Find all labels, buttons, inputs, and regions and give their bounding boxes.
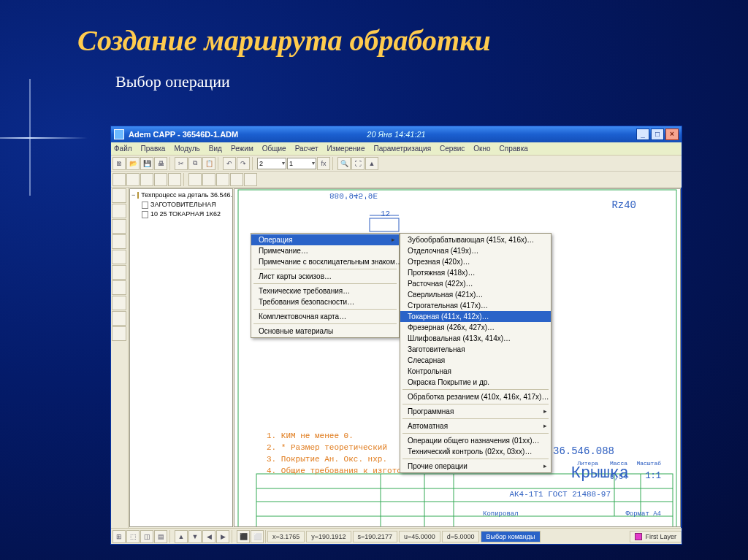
sb-btn[interactable]: ▲ <box>175 530 188 543</box>
palette-btn[interactable] <box>112 204 126 218</box>
menu-item[interactable]: Операции общего назначения (01xx)… <box>400 435 551 446</box>
tb2-btn[interactable] <box>154 173 167 186</box>
menu-item[interactable]: Обработка резанием (410x, 416x, 417x)… <box>400 391 551 402</box>
sb-btn[interactable]: ▤ <box>154 530 167 543</box>
palette-btn[interactable] <box>112 280 126 295</box>
maximize-button[interactable]: □ <box>651 129 664 140</box>
menu-window[interactable]: Окно <box>473 145 490 153</box>
menu-item[interactable]: Слесарная <box>400 355 551 366</box>
palette-btn[interactable] <box>112 311 126 326</box>
tb2-btn[interactable] <box>112 173 126 186</box>
sb-btn[interactable]: ⬛ <box>237 530 250 543</box>
menu-service[interactable]: Сервис <box>440 145 465 153</box>
menu-measure[interactable]: Измерение <box>327 145 365 153</box>
tb2-btn[interactable] <box>126 173 140 186</box>
tb-save-icon[interactable]: 💾 <box>140 157 153 170</box>
minimize-button[interactable]: _ <box>636 129 649 140</box>
palette-btn[interactable] <box>112 250 126 264</box>
menu-item[interactable]: Фрезерная (426x, 427x)… <box>400 322 551 333</box>
tb-undo-icon[interactable]: ↶ <box>223 157 236 170</box>
menu-item[interactable]: Заготовительная <box>400 344 551 355</box>
menu-item[interactable]: Шлифовальная (413x, 414x)… <box>400 333 551 344</box>
palette-btn[interactable] <box>112 296 126 310</box>
menu-item[interactable]: Строгательная (417x)… <box>400 300 551 311</box>
menu-item[interactable]: Расточная (422x)… <box>400 278 551 289</box>
sb-btn[interactable]: ▶ <box>216 530 229 543</box>
tb-combo-1[interactable]: 2 <box>257 158 286 169</box>
menu-param[interactable]: Параметризация <box>373 145 431 153</box>
sb-btn[interactable]: ⬚ <box>126 530 140 543</box>
tb-open-icon[interactable]: 📂 <box>126 157 140 170</box>
menu-item[interactable]: Прочие операции <box>400 461 551 472</box>
sb-btn[interactable]: ◀ <box>202 530 215 543</box>
titlebar-date: 20 Янв 14:41:21 <box>367 130 425 139</box>
process-tree[interactable]: − Техпроцесс на деталь 36.546.0 ЗАГОТОВИ… <box>129 188 233 527</box>
tb-new-icon[interactable]: 🗎 <box>112 157 126 170</box>
tb-combo-2[interactable]: 1 <box>287 158 316 169</box>
tb-arrow-icon[interactable]: ▲ <box>365 157 378 170</box>
palette-btn[interactable] <box>112 265 126 280</box>
palette-btn[interactable] <box>112 234 126 249</box>
palette-btn[interactable] <box>112 188 126 203</box>
menu-item[interactable]: Контрольная <box>400 366 551 377</box>
tb-fit-icon[interactable]: ⛶ <box>351 157 365 170</box>
menu-item[interactable]: Зубообрабатывающая (415x, 416x)… <box>400 234 551 245</box>
menu-item[interactable]: Отделочная (419x)… <box>400 245 551 256</box>
menu-item[interactable]: Примечание… <box>251 245 399 256</box>
tb2-btn[interactable] <box>216 173 229 186</box>
close-button[interactable]: × <box>665 129 679 140</box>
drawing-canvas[interactable]: 880'945'9E Rz40 12 1. КИМ не менее 0. 2.… <box>234 188 681 527</box>
tb2-btn[interactable] <box>168 173 181 186</box>
menu-help[interactable]: Справка <box>500 145 528 153</box>
menu-item[interactable]: Сверлильная (421x)… <box>400 289 551 300</box>
menu-edit[interactable]: Правка <box>141 145 166 153</box>
palette-btn[interactable] <box>112 219 126 234</box>
status-layer[interactable]: First Layer <box>630 531 682 542</box>
menu-item[interactable]: Лист карты эскизов… <box>251 271 399 282</box>
tb-copy-icon[interactable]: ⧉ <box>188 157 202 170</box>
menu-item[interactable]: Токарная (411x, 412x)… <box>400 311 551 322</box>
drawing-mass: 0,54 <box>610 473 627 481</box>
menu-calc[interactable]: Расчет <box>295 145 318 153</box>
menu-item[interactable]: Технический контроль (02xx, 03xx)… <box>400 446 551 457</box>
tb2-btn[interactable] <box>230 173 243 186</box>
menu-item[interactable]: Требования безопасности… <box>251 296 399 307</box>
sb-btn[interactable]: ◫ <box>140 530 153 543</box>
tb2-btn[interactable] <box>188 173 202 186</box>
menu-item[interactable]: Окраска Покрытие и др. <box>400 377 551 388</box>
tb2-btn[interactable] <box>140 173 153 186</box>
menu-view[interactable]: Вид <box>209 145 222 153</box>
menu-file[interactable]: Файл <box>114 145 132 153</box>
tb2-btn[interactable] <box>202 173 215 186</box>
menu-item[interactable]: Комплектовочная карта… <box>251 311 399 322</box>
menu-item[interactable]: Операция <box>251 234 399 245</box>
tree-item[interactable]: 10 25 ТОКАРНАЯ 1К62 <box>131 210 231 219</box>
sb-btn[interactable]: ⬜ <box>251 530 264 543</box>
menu-mode[interactable]: Режим <box>231 145 253 153</box>
tb-paste-icon[interactable]: 📋 <box>202 157 215 170</box>
tree-item[interactable]: ЗАГОТОВИТЕЛЬНАЯ <box>131 200 231 210</box>
menu-item[interactable]: Автоматная <box>400 421 551 431</box>
layer-color-icon <box>635 533 642 540</box>
tree-root[interactable]: − Техпроцесс на деталь 36.546.0 <box>131 191 231 200</box>
menu-item[interactable]: Программная <box>400 406 551 417</box>
workarea: − Техпроцесс на деталь 36.546.0 ЗАГОТОВИ… <box>111 188 682 528</box>
tb-cut-icon[interactable]: ✂ <box>175 157 188 170</box>
tb2-btn[interactable] <box>244 173 257 186</box>
menu-general[interactable]: Общие <box>262 145 286 153</box>
menu-item[interactable]: Примечание с восклицательным знаком… <box>251 256 399 267</box>
menu-item[interactable]: Протяжная (418x)… <box>400 267 551 278</box>
menu-item[interactable]: Отрезная (420x)… <box>400 256 551 267</box>
tb-zoom-icon[interactable]: 🔍 <box>337 157 351 170</box>
menu-item[interactable]: Технические требования… <box>251 285 399 296</box>
palette-btn[interactable] <box>112 326 126 341</box>
toolbar-2 <box>111 172 682 188</box>
sb-btn[interactable]: ⊞ <box>112 530 126 543</box>
menu-module[interactable]: Модуль <box>174 145 199 153</box>
tb-fx-icon[interactable]: fx <box>317 157 330 170</box>
tb-print-icon[interactable]: 🖶 <box>154 157 167 170</box>
tb-redo-icon[interactable]: ↷ <box>237 157 250 170</box>
app-window: Adem CAPP - 36546D-1.ADM 20 Янв 14:41:21… <box>110 126 682 545</box>
menu-item[interactable]: Основные материалы <box>251 326 399 337</box>
sb-btn[interactable]: ▼ <box>188 530 202 543</box>
